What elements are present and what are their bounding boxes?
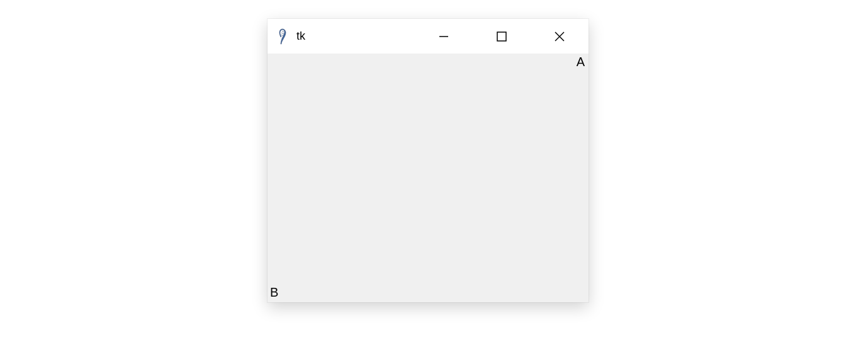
minimize-button[interactable]	[415, 19, 473, 54]
svg-rect-1	[497, 32, 506, 41]
close-button[interactable]	[531, 19, 589, 54]
window-controls	[415, 19, 589, 54]
maximize-button[interactable]	[473, 19, 531, 54]
maximize-icon	[496, 31, 507, 42]
close-icon	[554, 31, 565, 42]
label-b: B	[270, 285, 278, 300]
window-title: tk	[296, 30, 305, 43]
titlebar[interactable]: tk	[268, 19, 589, 54]
tk-feather-icon	[276, 28, 289, 45]
minimize-icon	[438, 31, 449, 42]
application-window: tk A B	[268, 19, 589, 302]
label-a: A	[577, 55, 585, 69]
client-area: A B	[268, 54, 589, 302]
